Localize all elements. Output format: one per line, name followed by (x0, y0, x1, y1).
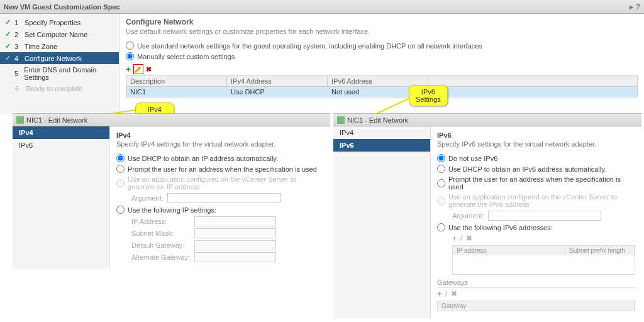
ipv6-heading: IPv6 (437, 131, 635, 139)
edit-nic-icon[interactable] (133, 64, 143, 74)
nav-ipv4[interactable]: IPv4 (13, 126, 109, 139)
add-gw-icon: + (437, 289, 441, 298)
window-titlebar: New VM Guest Customization Spec ▸ ? (0, 0, 644, 14)
nic-icon (16, 116, 24, 124)
col-gateway: Gateway (438, 301, 635, 311)
mask-input (194, 228, 276, 238)
field-gw: Default Gateway: (131, 240, 324, 250)
gateways-heading: Gateways (437, 279, 635, 288)
ipv4-edit-panel: NIC1 - Edit Network IPv4 IPv6 IPv4 Speci… (13, 113, 330, 264)
ipv4-opt-dhcp[interactable]: Use DHCP to obtain an IP address automat… (116, 154, 324, 162)
check-icon: ✓ (5, 18, 11, 26)
ipv6-addr-grid: IP addressSubnet prefix length (452, 245, 635, 275)
check-icon: ✓ (5, 54, 11, 62)
del-gw-icon: ✖ (451, 289, 457, 298)
step-computer-name[interactable]: ✓2Set Computer Name (0, 28, 119, 40)
ipv4-nav: IPv4 IPv6 (13, 126, 110, 269)
step-dns[interactable]: 5Enter DNS and Domain Settings (0, 64, 119, 83)
wizard-steps: ✓1Specify Properties ✓2Set Computer Name… (0, 14, 119, 114)
agw-input (194, 252, 276, 262)
wizard-content: Configure Network Use default network se… (119, 14, 644, 114)
nic-toolbar: + ✖ (126, 64, 638, 74)
ipv6-titlebar: NIC1 - Edit Network (333, 114, 641, 126)
col-prefix: Subnet prefix length (565, 246, 635, 255)
del-addr-icon: ✖ (466, 234, 472, 243)
ipv4-argument-input (167, 193, 280, 203)
step-configure-network[interactable]: ✓4Configure Network (0, 52, 119, 64)
ipv6-opt-prompt[interactable]: Prompt the user for an address when the … (437, 175, 635, 191)
gw-input (194, 240, 276, 250)
radio-standard[interactable] (126, 42, 134, 50)
ipv4-argument: Argument: (131, 193, 324, 203)
ipv6-opt-app: Use an application configured on the vCe… (437, 193, 635, 208)
delete-nic-icon[interactable]: ✖ (146, 65, 152, 74)
page-heading: Configure Network (126, 18, 638, 26)
ipv6-edit-panel: NIC1 - Edit Network IPv4 IPv6 IPv6 Speci… (333, 113, 641, 314)
edit-addr-icon: / (460, 234, 462, 243)
page-subheading: Use default network settings or customiz… (126, 28, 638, 35)
nav-ipv6[interactable]: IPv6 (13, 139, 109, 152)
nic-grid: Description IPv4 Address IPv6 Address NI… (126, 75, 638, 97)
nic-icon (337, 116, 345, 124)
option-standard[interactable]: Use standard network settings for the gu… (126, 42, 638, 50)
col-ipv4: IPv4 Address (227, 76, 328, 86)
check-icon: ✓ (5, 30, 11, 38)
ipv6-opt-dhcp[interactable]: Use DHCP to obtain an IPv6 address autom… (437, 165, 635, 173)
step-properties[interactable]: ✓1Specify Properties (0, 16, 119, 28)
step-timezone[interactable]: ✓3Time Zone (0, 40, 119, 52)
cell-description: NIC1 (126, 87, 227, 97)
nic-row[interactable]: NIC1 Use DHCP Not used (126, 87, 637, 97)
ipv4-heading: IPv4 (116, 131, 324, 139)
ip-input (194, 216, 276, 226)
col-description: Description (126, 76, 227, 86)
ipv6-nav: IPv4 IPv6 (333, 126, 431, 319)
nav-ipv4[interactable]: IPv4 (333, 126, 430, 139)
check-icon: ✓ (5, 42, 11, 50)
ipv6-sub: Specify IPv6 settings for the virtual ne… (437, 140, 635, 148)
option-manual[interactable]: Manually select custom settings (126, 52, 638, 60)
radio-manual[interactable] (126, 52, 134, 60)
ipv6-argument: Argument: (452, 211, 635, 221)
callout-ipv6: IPv6 Settings (409, 85, 448, 106)
ipv4-titlebar: NIC1 - Edit Network (13, 114, 330, 126)
cell-ipv4: Use DHCP (227, 87, 328, 97)
nav-ipv6[interactable]: IPv6 (333, 139, 430, 152)
grid-header: Description IPv4 Address IPv6 Address (126, 76, 637, 87)
edit-gw-icon: / (445, 289, 447, 298)
ipv4-opt-static[interactable]: Use the following IP settings: (116, 206, 324, 214)
add-nic-icon[interactable]: + (126, 64, 131, 74)
ipv6-gw-toolbar: +/✖ (437, 289, 635, 298)
ipv4-opt-prompt[interactable]: Prompt the user for an address when the … (116, 165, 324, 173)
field-agw: Alternate Gateway: (131, 252, 324, 262)
ipv6-addr-toolbar: +/✖ (452, 234, 635, 243)
col-ip: IP address (453, 246, 565, 255)
field-ip: IP Address: (131, 216, 324, 226)
help-icon[interactable]: ▸ ? (630, 3, 640, 11)
ipv4-opt-app: Use an application configured on the vCe… (116, 175, 324, 191)
ipv6-argument-input (488, 211, 601, 221)
ipv6-opt-static[interactable]: Use the following IPv6 addresses: (437, 223, 635, 231)
field-mask: Subnet Mask: (131, 228, 324, 238)
ipv6-gw-grid: Gateway (437, 301, 635, 311)
step-ready: 6Ready to complete (0, 83, 119, 94)
window-title: New VM Guest Customization Spec (4, 3, 120, 11)
ipv6-opt-none[interactable]: Do not use IPv6 (437, 154, 635, 162)
ipv4-sub: Specify IPv4 settings for the virtual ne… (116, 140, 324, 148)
add-addr-icon: + (452, 234, 457, 243)
ipv6-addr-body (453, 255, 635, 274)
